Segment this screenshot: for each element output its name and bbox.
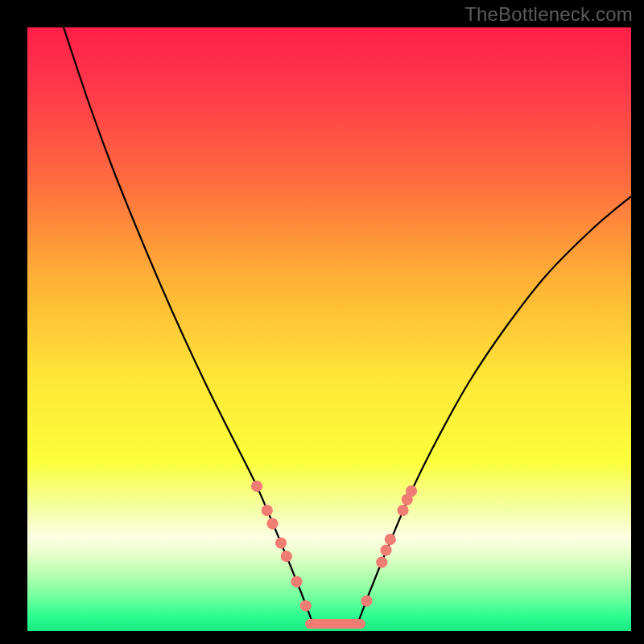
markers-right xyxy=(361,485,417,607)
curve-left xyxy=(64,27,312,619)
marker-dot xyxy=(380,544,391,555)
marker-dot xyxy=(385,534,396,545)
watermark-text: TheBottleneck.com xyxy=(464,3,633,26)
marker-dot xyxy=(397,505,408,516)
marker-dot xyxy=(361,595,372,606)
marker-dot xyxy=(406,485,417,497)
marker-dot xyxy=(262,505,273,516)
marker-dot xyxy=(300,600,312,611)
chart-frame: TheBottleneck.com xyxy=(0,0,644,644)
plot-area xyxy=(27,27,631,631)
marker-dot xyxy=(251,481,262,492)
curve-layer xyxy=(27,27,631,631)
curve-right xyxy=(360,196,632,619)
markers-left xyxy=(251,481,312,612)
marker-dot xyxy=(281,551,292,562)
marker-dot xyxy=(376,556,387,568)
marker-dot xyxy=(266,518,278,529)
marker-dot xyxy=(275,537,287,548)
marker-dot xyxy=(291,576,302,587)
